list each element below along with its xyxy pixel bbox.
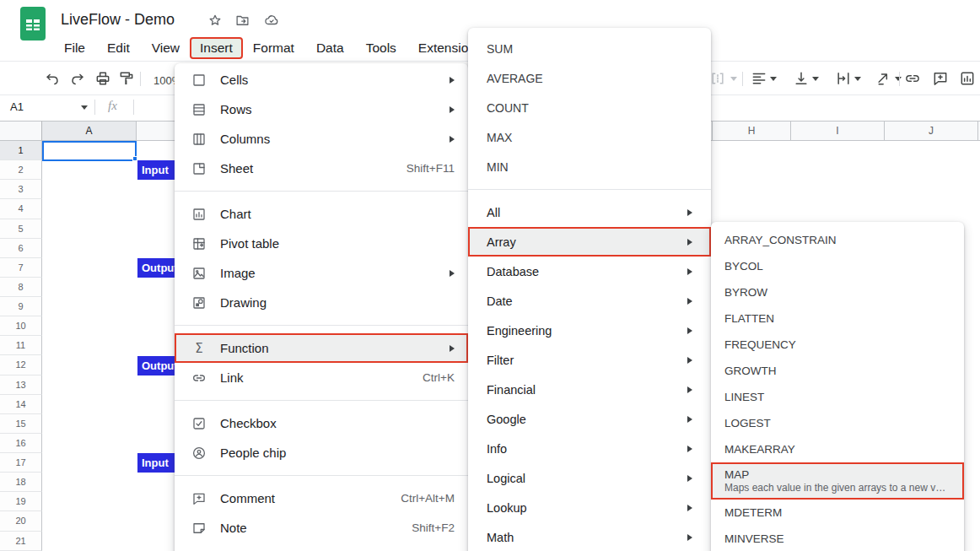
menu-file[interactable]: File <box>53 38 96 58</box>
select-all-corner[interactable] <box>0 121 42 141</box>
row-header[interactable]: 2 <box>0 160 42 180</box>
dropdown-caret-icon[interactable] <box>812 77 819 81</box>
dropdown-caret-icon[interactable] <box>854 77 861 81</box>
category-google[interactable]: Google <box>468 404 711 434</box>
menu-item-cells[interactable]: Cells <box>175 65 468 95</box>
menu-item-note[interactable]: NoteShift+F2 <box>175 513 468 543</box>
cell-label-input[interactable]: Input <box>137 453 177 473</box>
cloud-saved-icon[interactable] <box>263 13 280 28</box>
category-logical[interactable]: Logical <box>468 463 711 493</box>
array-item-map[interactable]: MAP Maps each value in the given arrays … <box>711 462 964 500</box>
row-header[interactable]: 20 <box>0 511 42 531</box>
google-sheets-logo[interactable] <box>20 7 46 41</box>
row-header[interactable]: 21 <box>0 532 42 551</box>
row-header[interactable]: 8 <box>0 278 42 297</box>
row-header[interactable]: 13 <box>0 375 42 395</box>
array-item-linest[interactable]: LINEST <box>711 384 964 410</box>
row-header[interactable]: 16 <box>0 434 42 453</box>
function-item-count[interactable]: COUNT <box>468 93 711 122</box>
row-header[interactable]: 1 <box>0 141 42 160</box>
category-all[interactable]: All <box>468 197 711 227</box>
menu-item-link[interactable]: LinkCtrl+K <box>175 363 468 392</box>
array-item-growth[interactable]: GROWTH <box>711 358 964 384</box>
row-header[interactable]: 4 <box>0 199 42 219</box>
row-header[interactable]: 7 <box>0 258 42 278</box>
row-header[interactable]: 19 <box>0 492 42 511</box>
category-financial[interactable]: Financial <box>468 375 711 404</box>
menu-item-checkbox[interactable]: Checkbox <box>175 408 468 438</box>
menu-tools[interactable]: Tools <box>355 38 407 58</box>
array-item-frequency[interactable]: FREQUENCY <box>711 332 964 358</box>
insert-link-icon[interactable] <box>904 70 921 87</box>
array-item-array-constrain[interactable]: ARRAY_CONSTRAIN <box>711 227 964 253</box>
cell-label-output[interactable]: Output <box>137 258 177 278</box>
category-database[interactable]: Database <box>468 257 711 286</box>
menu-item-chart[interactable]: Chart <box>175 199 468 229</box>
column-header-i[interactable]: I <box>791 122 885 140</box>
category-lookup[interactable]: Lookup <box>468 493 711 522</box>
function-item-average[interactable]: AVERAGE <box>468 63 711 93</box>
function-item-sum[interactable]: SUM <box>468 34 711 63</box>
column-header-h[interactable]: H <box>713 122 791 140</box>
insert-comment-icon[interactable] <box>932 70 949 87</box>
array-item-mdeterm[interactable]: MDETERM <box>711 500 964 526</box>
text-wrap-icon[interactable] <box>835 70 852 87</box>
menu-item-drawing[interactable]: Drawing <box>175 288 468 317</box>
horizontal-align-icon[interactable] <box>751 70 767 87</box>
dropdown-caret-icon[interactable] <box>895 77 902 81</box>
category-info[interactable]: Info <box>468 434 711 463</box>
category-date[interactable]: Date <box>468 286 711 316</box>
row-header[interactable]: 6 <box>0 239 42 258</box>
selected-cell-a1[interactable] <box>42 141 137 161</box>
name-box[interactable]: A1 <box>10 100 24 113</box>
menu-item-pivot-table[interactable]: Pivot table <box>175 229 468 258</box>
merge-cells-icon[interactable] <box>709 70 726 87</box>
row-header[interactable]: 3 <box>0 180 42 199</box>
array-item-flatten[interactable]: FLATTEN <box>711 305 964 332</box>
menu-item-columns[interactable]: Columns <box>175 124 468 154</box>
column-header-a[interactable]: A <box>42 122 137 140</box>
row-header[interactable]: 15 <box>0 414 42 434</box>
row-header[interactable]: 12 <box>0 355 42 375</box>
menu-view[interactable]: View <box>141 38 191 58</box>
array-item-makearray[interactable]: MAKEARRAY <box>711 436 964 462</box>
row-header[interactable]: 18 <box>0 473 42 492</box>
menu-data[interactable]: Data <box>305 38 355 58</box>
menu-item-comment[interactable]: CommentCtrl+Alt+M <box>175 483 468 513</box>
dropdown-caret-icon[interactable] <box>770 77 777 81</box>
function-item-max[interactable]: MAX <box>468 122 711 152</box>
star-icon[interactable] <box>207 13 223 28</box>
menu-item-sheet[interactable]: SheetShift+F11 <box>175 154 468 183</box>
array-item-minverse[interactable]: MINVERSE <box>711 526 964 551</box>
row-header[interactable]: 9 <box>0 297 42 316</box>
column-header-b-partial[interactable] <box>137 122 179 140</box>
row-header[interactable]: 17 <box>0 453 42 473</box>
menu-item-function[interactable]: Σ Function <box>175 333 468 363</box>
vertical-align-icon[interactable] <box>793 70 810 87</box>
row-header[interactable]: 14 <box>0 395 42 414</box>
name-box-caret-icon[interactable] <box>81 105 88 110</box>
menu-edit[interactable]: Edit <box>96 38 141 58</box>
paint-format-icon[interactable] <box>118 70 135 87</box>
menu-item-rows[interactable]: Rows <box>175 95 468 124</box>
category-array[interactable]: Array <box>468 227 711 257</box>
menu-item-people-chip[interactable]: People chip <box>175 438 468 467</box>
array-item-logest[interactable]: LOGEST <box>711 410 964 436</box>
print-icon[interactable] <box>94 70 111 87</box>
row-header[interactable]: 10 <box>0 316 42 336</box>
menu-format[interactable]: Format <box>242 38 305 58</box>
cell-label-output[interactable]: Output <box>137 356 177 375</box>
column-header-j[interactable]: J <box>885 122 978 140</box>
menu-item-image[interactable]: Image <box>175 258 468 288</box>
menu-insert[interactable]: Insert <box>191 38 242 58</box>
row-header[interactable]: 11 <box>0 336 42 355</box>
category-math[interactable]: Math <box>468 522 711 551</box>
insert-chart-icon[interactable] <box>959 70 976 87</box>
category-engineering[interactable]: Engineering <box>468 316 711 345</box>
function-item-min[interactable]: MIN <box>468 152 711 181</box>
row-header[interactable]: 5 <box>0 219 42 239</box>
move-folder-icon[interactable] <box>234 13 250 28</box>
document-title[interactable]: LiveFlow - Demo <box>61 11 175 29</box>
redo-icon[interactable] <box>69 70 86 87</box>
dropdown-caret-icon[interactable] <box>730 77 737 81</box>
